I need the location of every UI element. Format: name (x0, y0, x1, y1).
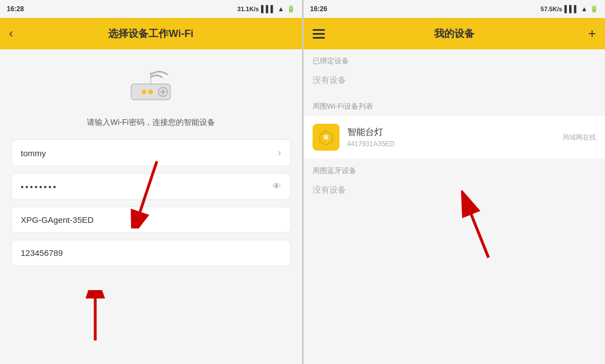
nearby-bt-label: 周围蓝牙设备 (304, 159, 606, 180)
wifi-network-2-label: 123456789 (21, 248, 63, 258)
device-status: 局域网在线 (562, 133, 596, 142)
wifi-signal-icon: ▲ (278, 5, 285, 13)
arrow-up-annotation (67, 290, 123, 346)
right-toolbar: 我的设备 + (304, 18, 606, 49)
wifi-network-1-label: XPG-GAgent-35ED (21, 215, 94, 225)
svg-rect-12 (324, 135, 328, 139)
wifi-name-input[interactable]: tommy › (11, 139, 291, 166)
router-icon (123, 66, 179, 105)
left-toolbar: ‹ 选择设备工作Wi-Fi (0, 18, 302, 49)
left-status-bar: 16:28 31.1K/s ▌▌▌ ▲ 🔋 (0, 0, 302, 18)
right-battery-icon: 🔋 (590, 5, 598, 13)
wifi-password-value: •••••••• (21, 182, 58, 192)
eye-icon[interactable]: 👁 (272, 181, 281, 192)
back-button[interactable]: ‹ (9, 26, 13, 41)
router-icon-container (11, 66, 291, 105)
wifi-name-arrow-icon: › (278, 148, 281, 158)
smart-lamp-icon (318, 129, 334, 145)
left-content: 请输入Wi-Fi密码，连接您的智能设备 tommy › •••••••• 👁 X… (0, 49, 302, 364)
wifi-network-item-2[interactable]: 123456789 (11, 240, 291, 266)
right-time: 16:26 (310, 5, 328, 13)
device-id: 4417931A35ED (347, 140, 563, 148)
device-list-item[interactable]: 智能台灯 4417931A35ED 局域网在线 (304, 116, 606, 158)
nearby-wifi-label: 周围Wi-Fi设备列表 (304, 95, 606, 116)
bt-empty-text: 没有设备 (304, 180, 606, 204)
right-wifi-icon: ▲ (581, 5, 588, 13)
device-icon-container (313, 124, 339, 151)
right-status-bar: 16:26 57.5K/s ▌▌▌ ▲ 🔋 (304, 0, 606, 18)
right-toolbar-title: 我的设备 (434, 27, 474, 40)
left-speed: 31.1K/s (238, 6, 259, 12)
right-content: 已绑定设备 没有设备 周围Wi-Fi设备列表 智能台灯 4417931A35ED… (304, 49, 606, 364)
bound-empty-text: 没有设备 (304, 71, 606, 95)
left-toolbar-title: 选择设备工作Wi-Fi (108, 27, 193, 40)
left-time: 16:28 (7, 5, 24, 13)
svg-line-14 (466, 202, 488, 258)
signal-icon: ▌▌▌ (261, 5, 276, 13)
wifi-network-item-1[interactable]: XPG-GAgent-35ED (11, 207, 291, 233)
left-panel: 16:28 31.1K/s ▌▌▌ ▲ 🔋 ‹ 选择设备工作Wi-Fi (0, 0, 302, 364)
left-subtitle: 请输入Wi-Fi密码，连接您的智能设备 (11, 116, 291, 128)
svg-point-2 (148, 90, 153, 94)
right-signal-icon: ▌▌▌ (565, 5, 579, 13)
svg-point-1 (142, 90, 146, 94)
right-speed: 57.5K/s (541, 6, 562, 12)
right-panel: 16:26 57.5K/s ▌▌▌ ▲ 🔋 我的设备 + 已绑定设备 没有设备 … (304, 0, 606, 364)
device-name: 智能台灯 (347, 127, 563, 138)
add-device-button[interactable]: + (588, 26, 596, 41)
device-info: 智能台灯 4417931A35ED (347, 127, 563, 148)
bound-section-label: 已绑定设备 (304, 49, 606, 71)
wifi-password-input[interactable]: •••••••• 👁 (11, 173, 291, 200)
menu-button[interactable] (313, 29, 325, 39)
battery-icon: 🔋 (287, 5, 295, 13)
wifi-name-value: tommy (21, 148, 46, 158)
